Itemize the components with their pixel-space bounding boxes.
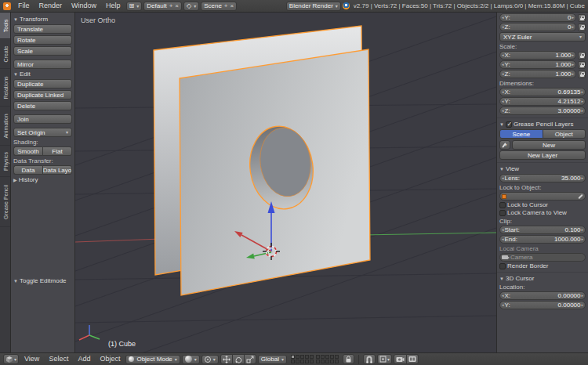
tab-relations[interactable]: Relations [0, 69, 10, 107]
scale-button[interactable]: Scale [13, 46, 72, 56]
translate-button[interactable]: Translate [13, 24, 72, 34]
transform-panel-header[interactable]: ▼ Transform [13, 16, 72, 23]
increment-icon[interactable]: ▸ [572, 53, 574, 57]
decrement-icon[interactable]: ◂ [502, 294, 504, 298]
data-transfer-data-button[interactable]: Data [13, 165, 42, 175]
increment-icon[interactable]: ▸ [581, 109, 583, 113]
snap-element-dropdown[interactable]: ▾ [377, 354, 392, 364]
decrement-icon[interactable]: ◂ [502, 72, 504, 76]
lock-icon[interactable] [578, 52, 586, 60]
eyedropper-icon[interactable] [578, 193, 583, 198]
tab-tools[interactable]: Tools [0, 13, 10, 39]
tab-create[interactable]: Create [0, 39, 10, 69]
increment-icon[interactable]: ▸ [581, 90, 583, 94]
screen-layout-browse-button[interactable]: ⊞▾ [126, 2, 143, 11]
cursor-x-field[interactable]: ◂ X: 0.00000 ▸ [499, 291, 586, 300]
layers-group-2[interactable] [316, 355, 339, 363]
render-border-row[interactable]: Render Border [499, 262, 586, 269]
edit-panel-header[interactable]: ▼ Edit [13, 70, 72, 78]
rotate-manipulator-button[interactable] [233, 354, 245, 364]
shade-smooth-button[interactable]: Smooth [13, 146, 42, 156]
layers-widget[interactable] [291, 355, 339, 363]
lock-icon[interactable] [578, 23, 586, 31]
snap-toggle-button[interactable] [363, 354, 376, 364]
scale-y-field[interactable]: ◂ Y: 1.000 ▸ [499, 60, 576, 69]
decrement-icon[interactable]: ◂ [502, 109, 504, 113]
pivot-point-dropdown[interactable]: ▾ [201, 355, 219, 364]
history-panel-header[interactable]: ▶ History [13, 176, 72, 183]
gp-new-layer-button[interactable]: New Layer [499, 150, 586, 160]
add-layout-icon[interactable]: + [169, 2, 173, 9]
shade-flat-button[interactable]: Flat [42, 146, 72, 156]
set-origin-menu[interactable]: Set Origin ▾ [13, 128, 72, 137]
viewport-3d[interactable]: User Ortho (1) Cube [75, 13, 496, 352]
rotation-y-field[interactable]: ◂ Y: 0 ▸ [499, 13, 576, 22]
scene-browse-button[interactable]: ◇▾ [183, 2, 199, 11]
translate-manipulator-button[interactable] [220, 354, 233, 364]
increment-icon[interactable]: ▸ [581, 237, 583, 241]
clip-start-field[interactable]: ◂ Start: 0.100 ▸ [499, 226, 586, 234]
lock-to-cursor-row[interactable]: Lock to Cursor [499, 201, 586, 208]
grease-pencil-checkbox[interactable] [506, 121, 512, 128]
scale-manipulator-button[interactable] [245, 354, 256, 364]
increment-icon[interactable]: ▸ [572, 25, 574, 29]
menu-select[interactable]: Select [45, 353, 72, 365]
view-panel-header[interactable]: ▼ View [499, 165, 586, 172]
lock-icon[interactable] [578, 61, 586, 69]
lock-icon[interactable] [578, 14, 586, 22]
scale-z-field[interactable]: ◂ Z: 1.000 ▸ [499, 70, 576, 78]
cursor-y-field[interactable]: ◂ Y: 0.00000 ▸ [499, 301, 586, 309]
mirror-button[interactable]: Mirror [13, 60, 72, 69]
decrement-icon[interactable]: ◂ [502, 228, 504, 232]
tab-grease-pencil[interactable]: Grease Pencil [0, 177, 10, 227]
screen-layout-selector[interactable]: Default + × [143, 2, 182, 11]
menu-view[interactable]: View [20, 353, 43, 365]
tab-physics[interactable]: Physics [0, 146, 10, 177]
lens-field[interactable]: ◂ Lens: 35.000 ▸ [499, 174, 586, 182]
dimension-z-field[interactable]: ◂ Z: 3.00000 ▸ [499, 107, 586, 115]
increment-icon[interactable]: ▸ [581, 228, 583, 232]
gp-brush-button[interactable]: ▾ [499, 140, 510, 150]
add-scene-icon[interactable]: + [224, 2, 228, 9]
menu-object[interactable]: Object [96, 353, 124, 365]
menu-render[interactable]: Render [35, 0, 67, 12]
data-transfer-layout-button[interactable]: Data Layo [42, 165, 72, 175]
decrement-icon[interactable]: ◂ [502, 90, 504, 94]
lock-camera-checkbox[interactable] [499, 210, 506, 216]
decrement-icon[interactable]: ◂ [502, 63, 504, 67]
increment-icon[interactable]: ▸ [581, 294, 583, 298]
increment-icon[interactable]: ▸ [572, 16, 574, 20]
join-button[interactable]: Join [13, 114, 72, 124]
editor-type-button[interactable]: ▾ [3, 354, 19, 364]
toggle-editmode-panel-header[interactable]: ▼ Toggle Editmode [13, 277, 73, 284]
scale-x-field[interactable]: ◂ X: 1.000 ▸ [499, 51, 576, 60]
opengl-render-anim-button[interactable] [407, 354, 419, 364]
decrement-icon[interactable]: ◂ [502, 25, 504, 29]
render-engine-selector[interactable]: Blender Render ▾ [286, 2, 341, 11]
gp-tab-object[interactable]: Object [543, 129, 586, 139]
gp-tab-scene[interactable]: Scene [499, 129, 543, 139]
lock-icon[interactable] [578, 70, 586, 78]
tab-animation[interactable]: Animation [0, 107, 10, 146]
menu-file[interactable]: File [14, 0, 34, 12]
close-layout-icon[interactable]: × [175, 2, 179, 9]
menu-help[interactable]: Help [102, 0, 125, 12]
render-border-checkbox[interactable] [499, 263, 506, 269]
dimension-y-field[interactable]: ◂ Y: 4.21512 ▸ [499, 97, 586, 106]
increment-icon[interactable]: ▸ [581, 303, 583, 307]
mode-dropdown[interactable]: Object Mode ▾ [125, 355, 180, 364]
transform-orientation-dropdown[interactable]: Global ▾ [258, 355, 287, 364]
rotate-button[interactable]: Rotate [13, 35, 72, 45]
increment-icon[interactable]: ▸ [581, 176, 583, 180]
scene-selector[interactable]: Scene + × [201, 2, 237, 11]
editor-type-icon[interactable] [3, 2, 11, 10]
lock-to-object-field[interactable] [499, 192, 586, 201]
lock-to-cursor-checkbox[interactable] [499, 202, 506, 208]
duplicate-button[interactable]: Duplicate [13, 79, 72, 89]
lock-camera-row[interactable]: Lock Camera to View [499, 209, 586, 216]
increment-icon[interactable]: ▸ [572, 63, 574, 67]
decrement-icon[interactable]: ◂ [502, 237, 504, 241]
delete-button[interactable]: Delete [13, 101, 72, 110]
cursor-panel-header[interactable]: ▼ 3D Cursor [499, 275, 586, 282]
increment-icon[interactable]: ▸ [581, 99, 583, 103]
